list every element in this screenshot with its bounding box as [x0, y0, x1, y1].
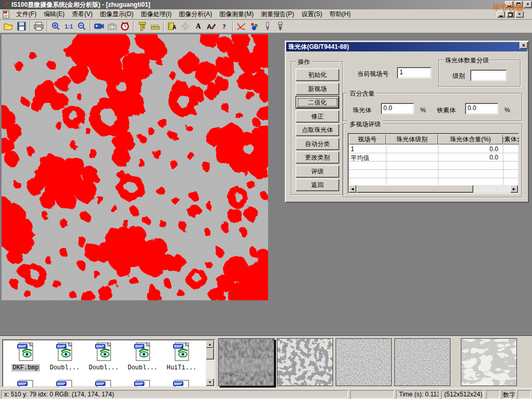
open-file-button[interactable] — [2, 20, 15, 32]
menu-image-analysis[interactable]: 图像分析(A) — [175, 9, 216, 20]
file-name[interactable]: Doubl... — [127, 364, 159, 371]
timer-button[interactable] — [118, 20, 131, 32]
thumbnail-5[interactable] — [461, 338, 517, 386]
picker-button[interactable] — [261, 20, 274, 32]
brush-button[interactable] — [274, 20, 287, 32]
table-row-cell[interactable]: 平均值 — [349, 153, 384, 162]
thumbnail-2[interactable] — [277, 338, 333, 386]
status-empty-segment — [517, 390, 531, 398]
title-bar: IS100显微摄像系统(金相分析版) - [zhuguangti01] — [0, 0, 532, 9]
file-item-row2[interactable]: BMP — [123, 379, 162, 387]
move-tool-button[interactable] — [179, 20, 192, 32]
column-header-level[interactable]: 珠光体级别 — [386, 134, 438, 144]
menu-image-measure[interactable]: 图像测量(M) — [216, 9, 257, 20]
document-system-menu-icon[interactable] — [2, 10, 10, 19]
ruler-icon — [150, 23, 161, 30]
status-empty-segment — [350, 390, 394, 398]
svg-text:BMP: BMP — [174, 344, 182, 348]
menu-settings[interactable]: 设置(S) — [298, 9, 326, 20]
rating-table[interactable]: 视场号 珠光体级别 珠光体含量(%) 铁素体含量(%) 1 0.0 平均值 0.… — [348, 133, 519, 194]
dialog-title-bar[interactable]: 珠光体(GB/T9441-88) — [286, 42, 527, 51]
table-horizontal-scrollbar[interactable]: ◀ ▶ — [349, 185, 518, 193]
menu-image-processing[interactable]: 图像处理(I) — [137, 9, 175, 20]
file-item[interactable]: BMP Doubl... — [45, 341, 84, 371]
file-item[interactable]: BMP Doubl... — [84, 341, 123, 371]
file-item-row2[interactable]: BMP — [162, 379, 201, 387]
save-button[interactable] — [15, 20, 28, 32]
correct-button[interactable]: 修正 — [296, 110, 339, 123]
caliper-measure-button[interactable] — [136, 20, 149, 32]
change-class-button[interactable]: 更改类别 — [296, 151, 339, 164]
zoom-in-button[interactable] — [49, 20, 62, 32]
svg-text:BMP: BMP — [174, 382, 182, 385]
ruler-measure-button[interactable] — [149, 20, 162, 32]
bmp-file-icon: BMP — [55, 341, 75, 362]
scroll-right-button[interactable]: ▶ — [510, 185, 518, 193]
menu-help[interactable]: 帮助(H) — [326, 9, 354, 20]
menu-report[interactable]: 测量报告(P) — [257, 9, 298, 20]
menu-view[interactable]: 查看(V) — [68, 9, 96, 20]
menu-file[interactable]: 文件(F) — [12, 9, 40, 20]
column-header-pearlite[interactable]: 珠光体含量(%) — [438, 134, 503, 144]
scale-calibrate-button[interactable]: A — [166, 20, 179, 32]
file-name[interactable]: Doubl... — [49, 364, 81, 371]
new-field-button[interactable]: 新视场 — [296, 83, 339, 95]
rate-button[interactable]: 评级 — [296, 165, 339, 178]
table-row-cell[interactable]: 0.0 — [438, 145, 500, 153]
text-tool-button[interactable]: A — [192, 20, 205, 32]
table-row-cell[interactable]: 0.0 — [438, 153, 500, 162]
file-item-row2[interactable]: BMP — [45, 379, 84, 387]
binarize-button[interactable]: 二值化 — [296, 96, 339, 109]
file-name[interactable]: DKF.bmp — [11, 364, 39, 371]
table-row-cell[interactable]: 1 — [349, 145, 384, 153]
init-button[interactable]: 初始化 — [296, 69, 339, 81]
scroll-up-button[interactable]: ▲ — [206, 340, 214, 348]
video-capture-button[interactable] — [92, 20, 105, 32]
svg-text:A: A — [207, 23, 212, 31]
percent-group: 百分含量 珠光体 0.0 % 铁素体 0.0 % — [343, 93, 522, 121]
thumbnail-4[interactable] — [394, 338, 450, 386]
scroll-left-button[interactable]: ◀ — [349, 185, 356, 193]
photo-camera-icon — [108, 23, 117, 30]
menu-image-display[interactable]: 图像显示(D) — [96, 9, 137, 20]
classify-button[interactable] — [248, 20, 261, 32]
scrollbar-thumb[interactable] — [356, 185, 473, 193]
return-button[interactable]: 返回 — [296, 179, 339, 191]
file-item[interactable]: BMP DKF.bmp — [6, 341, 45, 371]
scrollbar-thumb[interactable] — [206, 348, 214, 360]
angle-measure-button[interactable] — [235, 20, 248, 32]
pick-pearlite-button[interactable]: 点取珠光体 — [296, 124, 339, 136]
file-list-scrollbar[interactable]: ▲ ▼ — [206, 340, 214, 386]
thumbnail-1[interactable] — [218, 338, 274, 386]
auto-classify-button[interactable]: 自动分类 — [296, 138, 339, 150]
thumbnail-3[interactable] — [336, 338, 392, 386]
dialog-close-button[interactable]: × — [520, 42, 528, 49]
photo-capture-button[interactable] — [105, 20, 118, 32]
file-browser[interactable]: BMP DKF.bmp BMP Doubl... BMP Doubl... BM… — [2, 339, 215, 387]
level-input[interactable] — [470, 70, 507, 81]
file-name[interactable]: HuiTi... — [166, 364, 198, 371]
print-button[interactable] — [32, 20, 45, 32]
current-field-input[interactable]: 1 — [397, 67, 431, 78]
ferrite-percent-input[interactable]: 0.0 — [465, 103, 498, 114]
file-item[interactable]: BMP Doubl... — [123, 341, 162, 371]
pearlite-percent-input[interactable]: 0.0 — [381, 103, 414, 114]
help-question-icon: ? — [222, 22, 226, 31]
help-button[interactable]: ? — [218, 20, 231, 32]
file-item-row2[interactable]: BMP — [6, 379, 45, 387]
file-item-row2[interactable]: BMP — [84, 379, 123, 387]
annotate-button[interactable]: A — [205, 20, 218, 32]
actual-size-button[interactable]: 1:1 — [62, 20, 75, 32]
window-close-button[interactable]: × — [524, 1, 532, 8]
vendor-watermark: 毕节仪器 — [493, 3, 524, 13]
file-item[interactable]: BMP HuiTi... — [162, 341, 201, 371]
column-header-field[interactable]: 视场号 — [349, 134, 386, 144]
bmp-file-icon: BMP — [133, 341, 153, 362]
menu-edit[interactable]: 编辑(E) — [40, 9, 68, 20]
file-name[interactable]: Doubl... — [88, 364, 120, 371]
multi-field-group-legend: 多视场评级 — [348, 120, 383, 129]
metallograph-image[interactable] — [2, 34, 268, 300]
zoom-out-button[interactable] — [75, 20, 88, 32]
column-header-ferrite[interactable]: 铁素体含量(%) — [503, 134, 519, 144]
scroll-down-button[interactable]: ▼ — [206, 378, 214, 386]
